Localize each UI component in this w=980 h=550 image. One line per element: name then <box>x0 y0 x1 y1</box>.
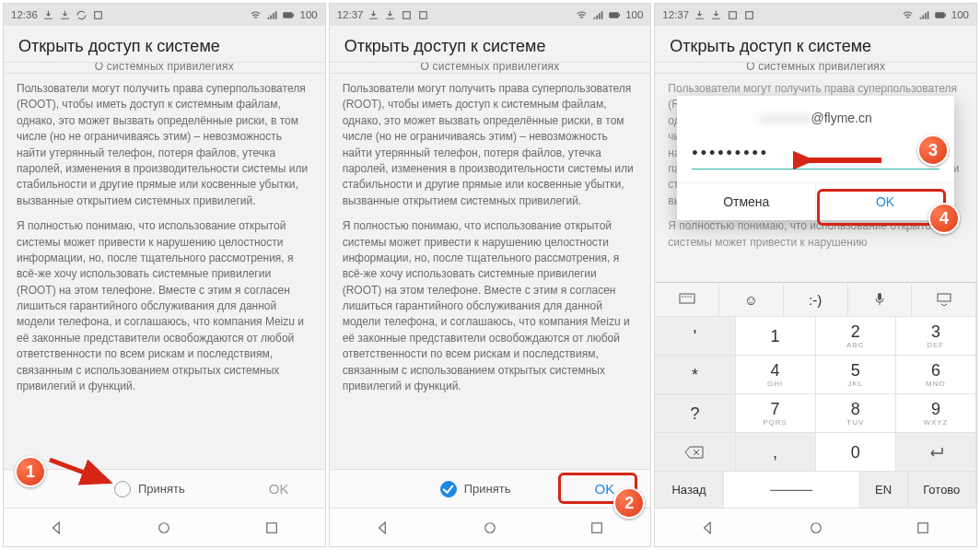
key-back-label[interactable]: Назад <box>655 471 723 508</box>
keyboard-toolbar-mic-icon[interactable] <box>848 283 913 316</box>
wifi-icon <box>576 9 588 21</box>
key-2[interactable]: 2ABC <box>816 316 896 355</box>
phone-screenshot-2: 12:37 100 Открыть доступ к системе О сис… <box>329 3 652 547</box>
accept-checkbox[interactable] <box>440 481 457 497</box>
download-icon <box>384 9 396 21</box>
battery-icon <box>283 9 295 21</box>
key-7[interactable]: 7PQRS <box>736 393 816 432</box>
key-asterisk[interactable]: * <box>655 355 735 393</box>
navigation-bar <box>4 508 325 546</box>
key-9[interactable]: 9WXYZ <box>896 393 976 432</box>
svg-rect-10 <box>592 522 602 532</box>
annotation-badge-1: 1 <box>15 456 46 487</box>
keyboard-toolbar-hide-icon[interactable] <box>912 283 976 316</box>
box-icon <box>727 9 739 21</box>
action-bar: Принять OK <box>330 469 651 508</box>
battery-percent: 100 <box>625 9 643 20</box>
back-nav-icon[interactable] <box>700 520 717 536</box>
svg-rect-13 <box>935 12 944 18</box>
terms-paragraph-2: Я полностью понимаю, что использование о… <box>343 218 638 394</box>
svg-rect-11 <box>729 11 737 18</box>
download-icon <box>42 9 54 21</box>
key-enter[interactable] <box>896 432 976 471</box>
recent-nav-icon[interactable] <box>915 520 931 536</box>
clock: 12:37 <box>662 9 689 20</box>
key-6[interactable]: 6MNO <box>896 355 976 393</box>
key-lang[interactable]: EN <box>860 471 908 508</box>
keyboard-toolbar-keyboard-icon[interactable] <box>655 283 719 316</box>
home-nav-icon[interactable] <box>808 520 824 536</box>
dialog-actions: Отмена OK <box>677 182 954 220</box>
svg-rect-8 <box>619 14 620 17</box>
svg-rect-1 <box>284 12 293 18</box>
terms-paragraph-2: Я полностью понимаю, что использование о… <box>17 218 312 394</box>
email-hidden-part: xxxxxxxx <box>760 111 811 125</box>
key-comma[interactable]: , <box>736 432 816 471</box>
svg-rect-20 <box>878 293 881 300</box>
home-nav-icon[interactable] <box>482 520 498 536</box>
battery-percent: 100 <box>951 9 969 20</box>
key-0[interactable]: 0 <box>816 432 896 471</box>
key-done[interactable]: Готово <box>908 471 976 508</box>
download-icon <box>710 9 722 21</box>
download-icon <box>368 9 379 21</box>
svg-rect-12 <box>746 11 753 18</box>
key-8[interactable]: 8TUV <box>816 393 896 432</box>
terms-paragraph-2-short: Я полностью понимаю, что использование о… <box>668 218 963 251</box>
svg-point-18 <box>687 296 689 298</box>
home-nav-icon[interactable] <box>156 520 172 536</box>
svg-point-17 <box>684 296 686 298</box>
numeric-keyboard: ☺ :-) ' 1 2ABC 3DEF * 4GHI 5JKL 6MNO ? 7… <box>655 282 976 508</box>
key-5[interactable]: 5JKL <box>816 355 896 393</box>
key-4[interactable]: 4GHI <box>736 355 816 393</box>
terms-content: Пользователи могут получить права суперп… <box>4 74 325 469</box>
page-title: Открыть доступ к системе <box>4 26 325 63</box>
keyboard-bottom-row: Назад ───── EN Готово <box>655 471 976 508</box>
annotation-arrow-1 <box>46 454 120 489</box>
keyboard-toolbar-emoji-icon[interactable]: ☺ <box>719 283 784 316</box>
terms-content: Пользователи могут получить права суперп… <box>330 74 651 469</box>
svg-rect-15 <box>680 294 694 303</box>
svg-point-22 <box>811 522 821 532</box>
recent-nav-icon[interactable] <box>263 520 280 536</box>
back-nav-icon[interactable] <box>49 520 65 536</box>
email-suffix: @flyme.cn <box>811 111 872 125</box>
recent-nav-icon[interactable] <box>589 520 605 536</box>
sync-icon <box>76 9 88 21</box>
keyboard-toolbar-smiley[interactable]: :-) <box>784 283 848 316</box>
box-icon <box>743 9 755 21</box>
svg-rect-2 <box>293 14 294 17</box>
ok-button[interactable]: OK <box>233 481 325 497</box>
svg-rect-14 <box>945 14 946 17</box>
svg-rect-5 <box>403 11 411 18</box>
section-header-cut: О системных привилегиях <box>4 63 325 74</box>
key-backspace[interactable] <box>655 432 735 471</box>
accept-label: Принять <box>464 482 511 496</box>
status-bar: 12:36 100 <box>4 4 325 26</box>
key-question[interactable]: ? <box>655 393 735 432</box>
key-1[interactable]: 1 <box>736 316 816 355</box>
phone-screenshot-1: 12:36 100 Открыть доступ к системе О сис… <box>3 3 326 547</box>
svg-rect-0 <box>94 11 101 18</box>
accept-label: Принять <box>138 482 185 496</box>
signal-icon <box>592 9 604 21</box>
battery-percent: 100 <box>299 9 317 20</box>
svg-rect-23 <box>918 522 928 532</box>
key-apostrophe[interactable]: ' <box>655 316 735 355</box>
back-nav-icon[interactable] <box>375 520 391 536</box>
signal-icon <box>266 9 278 21</box>
box-icon <box>401 9 413 21</box>
key-space[interactable]: ───── <box>724 471 860 508</box>
phone-screenshot-3: 12:37 100 Открыть доступ к системе О сис… <box>654 3 977 547</box>
page-title: Открыть доступ к системе <box>655 26 976 63</box>
annotation-badge-4: 4 <box>928 203 960 234</box>
annotation-badge-3: 3 <box>917 135 949 166</box>
clock: 12:37 <box>337 9 364 20</box>
box-icon <box>417 9 429 21</box>
navigation-bar <box>655 508 976 546</box>
keyboard-grid: ' 1 2ABC 3DEF * 4GHI 5JKL 6MNO ? 7PQRS 8… <box>655 316 976 471</box>
battery-icon <box>609 9 621 21</box>
svg-point-19 <box>690 296 692 298</box>
dialog-cancel-button[interactable]: Отмена <box>677 183 816 220</box>
key-3[interactable]: 3DEF <box>896 316 976 355</box>
